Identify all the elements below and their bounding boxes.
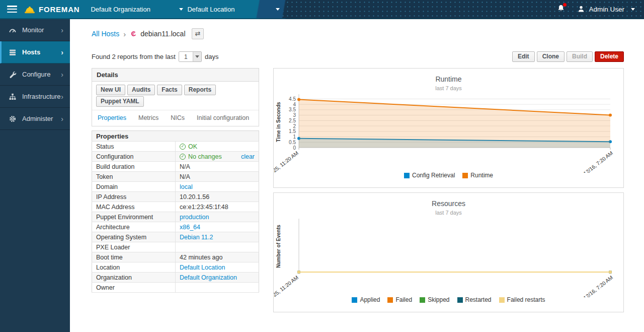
legend-label: Runtime: [470, 172, 493, 179]
table-row: IP Address10.20.1.56: [92, 192, 259, 202]
organization-link[interactable]: Default Organization: [180, 274, 237, 281]
menu-icon[interactable]: [7, 6, 17, 13]
table-row: Configuration✓No changesclear: [92, 152, 259, 162]
user-menu[interactable]: Admin User: [577, 5, 635, 13]
property-label: Architecture: [92, 222, 176, 232]
svg-text:2.5: 2.5: [289, 118, 296, 123]
svg-text:12/16, 7:20 AM: 12/16, 7:20 AM: [582, 274, 614, 297]
organization-label: Default Organization: [91, 6, 176, 13]
table-row: PXE Loader: [92, 242, 259, 252]
legend-item-skipped[interactable]: Skipped: [420, 296, 449, 303]
sidebar-item-administer[interactable]: Administer›: [0, 108, 70, 130]
ok-check-icon: ✓: [180, 154, 186, 160]
facts-button[interactable]: Facts: [157, 85, 182, 95]
brand-logo[interactable]: FOREMAN: [24, 5, 79, 14]
chevron-right-icon: ›: [61, 115, 63, 123]
delete-button[interactable]: Delete: [595, 51, 624, 62]
charts-column: Runtime last 7 days 00.511.522.533.544.5…: [273, 68, 624, 317]
property-label: Puppet Environment: [92, 212, 176, 222]
legend-swatch: [420, 297, 425, 303]
resources-chart-title: Resources: [274, 200, 623, 208]
sidebar-item-label: Administer: [22, 115, 53, 122]
property-label: MAC Address: [92, 202, 176, 212]
tab-nics[interactable]: NICs: [171, 114, 185, 121]
new-ui-button[interactable]: New UI: [96, 85, 125, 95]
property-value: ✓No changesclear: [176, 152, 259, 162]
runtime-chart-panel: Runtime last 7 days 00.511.522.533.544.5…: [273, 68, 624, 188]
puppet-environment-link[interactable]: production: [180, 214, 209, 221]
build-button: Build: [567, 51, 593, 62]
status-value: ✓OK: [180, 143, 197, 150]
breadcrumb-all-hosts-link[interactable]: All Hosts: [92, 30, 119, 38]
clone-button[interactable]: Clone: [537, 51, 565, 62]
notifications-button[interactable]: [557, 4, 565, 15]
legend-item-failed-restarts[interactable]: Failed restarts: [499, 296, 545, 303]
table-row: TokenN/A: [92, 172, 259, 182]
sitemap-icon: [9, 93, 17, 101]
resources-chart-panel: Resources last 7 days 11/25, 11:20 AM12/…: [273, 192, 624, 312]
report-days-value: 1: [179, 52, 193, 61]
property-label: Build duration: [92, 162, 176, 172]
architecture-link[interactable]: x86_64: [180, 224, 200, 231]
legend-label: Failed: [395, 296, 412, 303]
property-value: Default Location: [176, 262, 259, 273]
legend-item-runtime[interactable]: Runtime: [462, 172, 493, 179]
legend-swatch: [387, 297, 393, 303]
sidebar-item-label: Infrastructure: [22, 93, 61, 100]
sidebar-nav: Monitor›Hosts›Configure›Infrastructure›A…: [0, 19, 70, 332]
tab-metrics[interactable]: Metrics: [138, 114, 158, 121]
sidebar-item-infrastructure[interactable]: Infrastructure›: [0, 86, 70, 108]
sidebar-item-hosts[interactable]: Hosts›: [0, 41, 70, 63]
legend-swatch: [404, 173, 410, 178]
svg-text:4: 4: [293, 102, 296, 107]
property-value: ✓OK: [176, 142, 259, 152]
legend-swatch: [457, 297, 463, 303]
reports-summary-prefix: Found 2 reports from the last: [92, 53, 176, 60]
host-switcher-button[interactable]: ⇄: [192, 28, 204, 39]
puppet-yaml-button[interactable]: Puppet YAML: [96, 96, 144, 107]
chevron-right-icon: ›: [61, 71, 63, 79]
operating-system-link[interactable]: Debian 11.2: [180, 234, 213, 241]
svg-text:1: 1: [293, 134, 296, 140]
location-dropdown[interactable]: Default Location: [187, 6, 280, 13]
ok-check-icon: ✓: [180, 144, 186, 150]
organization-dropdown[interactable]: Default Organization: [91, 6, 183, 13]
clear-link[interactable]: clear: [241, 153, 255, 160]
tab-properties[interactable]: Properties: [98, 114, 126, 121]
audits-button[interactable]: Audits: [127, 85, 155, 95]
resources-chart-subtitle: last 7 days: [274, 210, 623, 216]
legend-label: Skipped: [428, 296, 449, 303]
caret-down-icon: [276, 8, 280, 11]
resources-chart-legend: AppliedFailedSkippedRestartedFailed rest…: [274, 296, 623, 303]
legend-label: Config Retrieval: [412, 172, 455, 179]
property-label: PXE Loader: [92, 242, 176, 252]
property-value: ce:e1:23:45:1f:48: [176, 202, 259, 212]
property-value: Debian 11.2: [176, 232, 259, 242]
legend-item-restarted[interactable]: Restarted: [457, 296, 492, 303]
brand-name: FOREMAN: [39, 5, 79, 14]
sidebar-item-monitor[interactable]: Monitor›: [0, 19, 70, 41]
svg-text:3.5: 3.5: [289, 107, 296, 112]
property-value: Default Organization: [176, 273, 259, 283]
report-days-select[interactable]: 1: [179, 51, 202, 62]
location-link[interactable]: Default Location: [180, 264, 225, 271]
domain-link[interactable]: local: [180, 183, 193, 190]
sidebar-item-configure[interactable]: Configure›: [0, 63, 70, 86]
status-text: OK: [188, 143, 197, 150]
reports-button[interactable]: Reports: [184, 85, 216, 95]
property-value: [176, 283, 259, 293]
legend-item-config-retrieval[interactable]: Config Retrieval: [404, 172, 455, 179]
status-value: ✓No changes: [180, 153, 222, 160]
property-label: Boot time: [92, 252, 176, 262]
legend-item-failed[interactable]: Failed: [387, 296, 412, 303]
legend-item-applied[interactable]: Applied: [352, 296, 380, 303]
reports-bar: Found 2 reports from the last 1 days Edi…: [92, 51, 624, 62]
edit-button[interactable]: Edit: [512, 51, 535, 62]
property-label: Token: [92, 172, 176, 182]
host-action-buttons: EditCloneBuildDelete: [510, 51, 624, 62]
tab-initial-configuration[interactable]: Initial configuration: [197, 114, 249, 121]
property-value: [176, 242, 259, 252]
sidebar-item-label: Hosts: [22, 48, 40, 56]
legend-swatch: [352, 297, 357, 303]
property-label: Organization: [92, 273, 176, 283]
